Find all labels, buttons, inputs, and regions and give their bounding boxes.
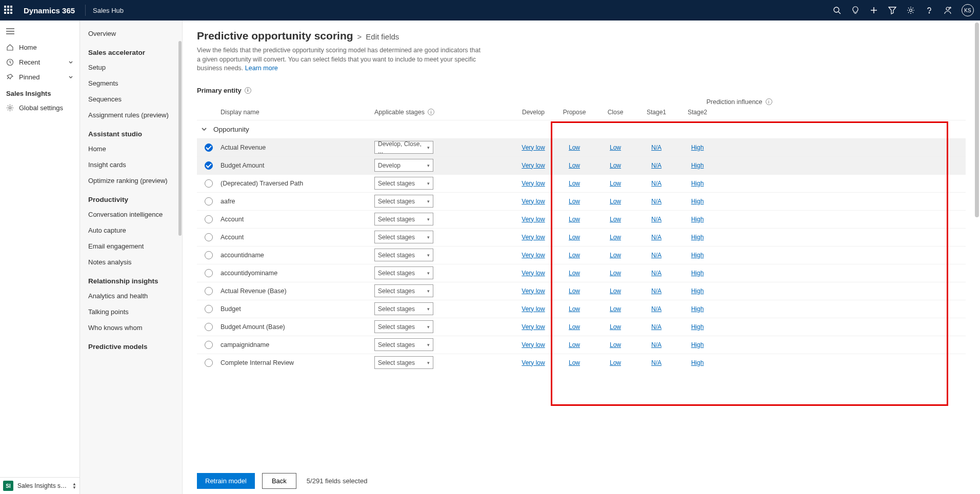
learn-more-link[interactable]: Learn more (245, 65, 278, 72)
stage-dropdown[interactable]: Select stages▾ (374, 338, 433, 351)
influence-link[interactable]: N/A (651, 270, 662, 277)
influence-link[interactable]: N/A (651, 198, 662, 205)
nav-recent[interactable]: Recent (0, 55, 79, 70)
row-checkbox[interactable] (205, 287, 213, 295)
influence-link[interactable]: High (691, 305, 704, 313)
influence-link[interactable]: Low (610, 234, 621, 241)
influence-link[interactable]: Low (569, 270, 580, 277)
influence-link[interactable]: Very low (522, 162, 545, 169)
influence-link[interactable]: High (691, 162, 704, 169)
row-checkbox[interactable] (205, 197, 213, 205)
nav2-overview[interactable]: Overview (80, 26, 182, 42)
influence-link[interactable]: N/A (651, 180, 662, 187)
influence-link[interactable]: Low (569, 287, 580, 295)
influence-link[interactable]: N/A (651, 341, 662, 348)
plus-icon[interactable] (869, 6, 878, 15)
influence-link[interactable]: Low (569, 359, 580, 366)
influence-link[interactable]: Low (569, 144, 580, 151)
influence-link[interactable]: High (691, 234, 704, 241)
stage-dropdown[interactable]: Select stages▾ (374, 266, 433, 279)
stage-dropdown[interactable]: Select stages▾ (374, 302, 433, 315)
influence-link[interactable]: Low (610, 198, 621, 205)
influence-link[interactable]: Very low (522, 234, 545, 241)
influence-link[interactable]: High (691, 180, 704, 187)
influence-link[interactable]: N/A (651, 234, 662, 241)
avatar[interactable]: KS (962, 4, 974, 16)
stage-dropdown[interactable]: Select stages▾ (374, 195, 433, 208)
influence-link[interactable]: Very low (522, 198, 545, 205)
influence-link[interactable]: Low (569, 323, 580, 331)
influence-link[interactable]: Low (610, 359, 621, 366)
influence-link[interactable]: Low (569, 216, 580, 223)
back-button[interactable]: Back (262, 473, 296, 489)
nav-home[interactable]: Home (0, 40, 79, 55)
influence-link[interactable]: Low (610, 341, 621, 348)
nav2-insight[interactable]: Insight cards (80, 157, 182, 173)
row-checkbox[interactable] (205, 323, 213, 331)
influence-link[interactable]: Low (610, 287, 621, 295)
stage-dropdown[interactable]: Develop, Close, ...▾ (374, 141, 433, 154)
influence-link[interactable]: High (691, 198, 704, 205)
entity-row[interactable]: Opportunity (197, 120, 966, 138)
nav2-analytics[interactable]: Analytics and health (80, 288, 182, 304)
influence-link[interactable]: Low (569, 305, 580, 313)
influence-link[interactable]: Very low (522, 359, 545, 366)
assistant-icon[interactable] (943, 6, 952, 15)
hub-label[interactable]: Sales Hub (93, 7, 124, 14)
lightbulb-icon[interactable] (851, 6, 860, 15)
row-checkbox[interactable] (205, 161, 213, 170)
row-checkbox[interactable] (205, 269, 213, 277)
influence-link[interactable]: N/A (651, 144, 662, 151)
stage-dropdown[interactable]: Select stages▾ (374, 177, 433, 190)
influence-link[interactable]: Very low (522, 144, 545, 151)
nav2-notes[interactable]: Notes analysis (80, 254, 182, 270)
nav2-conv[interactable]: Conversation intelligence (80, 207, 182, 222)
influence-link[interactable]: Very low (522, 287, 545, 295)
info-icon[interactable]: i (766, 98, 772, 105)
influence-link[interactable]: Low (569, 162, 580, 169)
stage-dropdown[interactable]: Select stages▾ (374, 213, 433, 225)
nav2-setup[interactable]: Setup (80, 59, 182, 75)
influence-link[interactable]: Low (610, 162, 621, 169)
gear-icon[interactable] (906, 6, 915, 15)
influence-link[interactable]: Very low (522, 305, 545, 313)
influence-link[interactable]: Low (610, 305, 621, 313)
nav2-optimize[interactable]: Optimize ranking (preview) (80, 173, 182, 189)
search-icon[interactable] (832, 6, 842, 15)
influence-link[interactable]: Low (569, 341, 580, 348)
app-launcher-icon[interactable] (4, 6, 13, 15)
nav2-auto[interactable]: Auto capture (80, 222, 182, 238)
info-icon[interactable]: i (428, 109, 434, 115)
influence-link[interactable]: Low (610, 216, 621, 223)
nav-global-settings[interactable]: Global settings (0, 100, 79, 115)
hamburger-icon[interactable] (0, 23, 79, 40)
influence-link[interactable]: High (691, 287, 704, 295)
row-checkbox[interactable] (205, 233, 213, 241)
row-checkbox[interactable] (205, 341, 213, 349)
stage-dropdown[interactable]: Select stages▾ (374, 249, 433, 261)
nav2-assistant-home[interactable]: Home (80, 141, 182, 157)
help-icon[interactable] (925, 6, 934, 15)
influence-link[interactable]: N/A (651, 287, 662, 295)
influence-link[interactable]: High (691, 341, 704, 348)
influence-link[interactable]: Low (610, 323, 621, 331)
influence-link[interactable]: Very low (522, 270, 545, 277)
influence-link[interactable]: Low (610, 270, 621, 277)
influence-link[interactable]: High (691, 144, 704, 151)
influence-link[interactable]: Low (610, 180, 621, 187)
row-checkbox[interactable] (205, 251, 213, 259)
influence-link[interactable]: Very low (522, 252, 545, 259)
influence-link[interactable]: Low (569, 252, 580, 259)
influence-link[interactable]: N/A (651, 305, 662, 313)
influence-link[interactable]: High (691, 252, 704, 259)
influence-link[interactable]: Low (610, 252, 621, 259)
info-icon[interactable]: i (245, 87, 251, 94)
influence-link[interactable]: Very low (522, 323, 545, 331)
influence-link[interactable]: Low (569, 234, 580, 241)
row-checkbox[interactable] (205, 143, 213, 152)
nav2-sequences[interactable]: Sequences (80, 91, 182, 107)
stage-dropdown[interactable]: Develop▾ (374, 159, 433, 172)
row-checkbox[interactable] (205, 179, 213, 188)
nav2-talking[interactable]: Talking points (80, 304, 182, 320)
influence-link[interactable]: N/A (651, 359, 662, 366)
